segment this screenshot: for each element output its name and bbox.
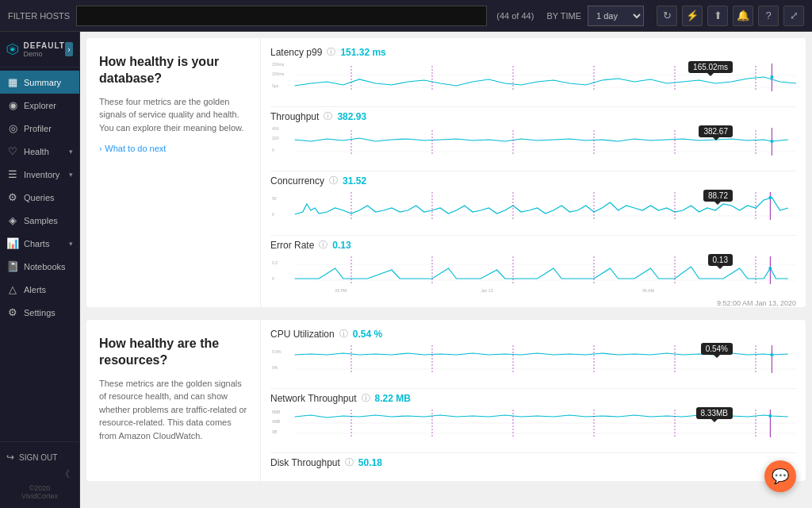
latency-metric-row: Latency p99 ⓘ 151.32 ms 200ms 100ms 0µs bbox=[270, 46, 796, 107]
latency-tooltip: 165.02ms bbox=[688, 61, 733, 73]
database-health-section: How healthy is your database? These four… bbox=[86, 38, 806, 307]
inventory-icon: ☰ bbox=[6, 168, 19, 180]
chevron-down-icon: ▾ bbox=[69, 148, 73, 156]
sidebar-item-settings[interactable]: ⚙ Settings bbox=[0, 301, 79, 324]
svg-text:4MB: 4MB bbox=[272, 419, 281, 424]
what-to-do-next-button[interactable]: › What to do next bbox=[99, 144, 247, 153]
time-select[interactable]: 1 day 1 hour 6 hours 3 days 7 days bbox=[588, 6, 644, 26]
sidebar-item-label: Samples bbox=[24, 216, 73, 225]
chevron-right-icon: › bbox=[99, 144, 102, 153]
disk-header: Disk Throughput ⓘ 50.18 bbox=[270, 456, 796, 468]
svg-text:Jan 13: Jan 13 bbox=[481, 288, 492, 293]
explorer-icon: ◉ bbox=[6, 99, 19, 111]
network-value: 8.22 MB bbox=[375, 393, 411, 404]
sidebar-collapse: 《 bbox=[6, 466, 73, 483]
disk-value: 50.18 bbox=[358, 457, 382, 468]
bell-icon[interactable]: 🔔 bbox=[733, 6, 753, 26]
concurrency-name: Concurrency bbox=[270, 175, 324, 187]
content-area: How healthy is your database? These four… bbox=[80, 32, 812, 508]
sidebar-item-label: Notebooks bbox=[24, 262, 73, 271]
svg-text:0.2: 0.2 bbox=[272, 260, 278, 265]
svg-text:8MB: 8MB bbox=[272, 410, 281, 414]
share-icon[interactable]: ⬆ bbox=[707, 6, 728, 26]
sidebar-item-inventory[interactable]: ☰ Inventory ▾ bbox=[0, 163, 79, 186]
brand-name: DEFAULT bbox=[24, 41, 65, 50]
svg-text:50: 50 bbox=[272, 196, 277, 201]
sidebar-item-health[interactable]: ♡ Health ▾ bbox=[0, 140, 79, 163]
chat-bubble-button[interactable]: 💬 bbox=[764, 460, 796, 492]
cpu-header: CPU Utilization ⓘ 0.54 % bbox=[270, 328, 796, 340]
sidebar-item-charts[interactable]: 📊 Charts ▾ bbox=[0, 232, 79, 255]
latency-value: 151.32 ms bbox=[340, 47, 385, 58]
network-info-icon[interactable]: ⓘ bbox=[362, 392, 370, 404]
resource-health-section: How healthy are the resources? These met… bbox=[86, 320, 806, 481]
section1-desc: These four metrics are the golden signal… bbox=[99, 95, 247, 135]
svg-text:0: 0 bbox=[272, 212, 274, 217]
disk-info-icon[interactable]: ⓘ bbox=[345, 456, 354, 468]
sidebar: DEFAULT Demo › ▦ Summary ◉ Explorer ◎ Pr… bbox=[0, 32, 80, 508]
sidebar-item-label: Settings bbox=[24, 308, 73, 318]
profiler-icon: ◎ bbox=[6, 122, 19, 134]
concurrency-chart: 50 0 88.72 bbox=[270, 188, 796, 232]
sidebar-item-samples[interactable]: ◈ Samples bbox=[0, 209, 79, 232]
section2-desc: These metrics are the golden signals of … bbox=[99, 377, 247, 443]
host-count: (44 of 44) bbox=[496, 11, 534, 21]
refresh-icon[interactable]: ↻ bbox=[657, 6, 677, 26]
section1-left: How healthy is your database? These four… bbox=[86, 38, 261, 307]
sidebar-item-label: Health bbox=[24, 147, 64, 156]
error-rate-metric-row: Error Rate ⓘ 0.13 0.2 0 bbox=[270, 239, 796, 299]
concurrency-info-icon[interactable]: ⓘ bbox=[329, 175, 338, 187]
throughput-header: Throughput ⓘ 382.93 bbox=[270, 110, 796, 122]
topbar: FILTER HOSTS (44 of 44) BY TIME 1 day 1 … bbox=[0, 0, 812, 32]
help-icon[interactable]: ? bbox=[758, 6, 779, 26]
error-rate-tooltip: 0.13 bbox=[708, 254, 733, 266]
network-name: Network Throughput bbox=[270, 393, 357, 404]
cpu-info-icon[interactable]: ⓘ bbox=[339, 328, 348, 340]
summary-icon: ▦ bbox=[6, 76, 19, 88]
svg-text:200: 200 bbox=[272, 136, 279, 140]
sidebar-expand-button[interactable]: › bbox=[65, 42, 73, 56]
notebooks-icon: 📓 bbox=[6, 260, 19, 272]
network-chart: 8MB 4MB 0B bbox=[270, 406, 796, 449]
throughput-value: 382.93 bbox=[337, 111, 366, 122]
sidebar-item-label: Charts bbox=[24, 239, 64, 248]
svg-point-28 bbox=[770, 140, 773, 143]
sidebar-item-label: Profiler bbox=[24, 124, 73, 133]
svg-point-15 bbox=[770, 75, 773, 79]
sidebar-item-profiler[interactable]: ◎ Profiler bbox=[0, 117, 79, 140]
lightning-icon[interactable]: ⚡ bbox=[682, 6, 703, 26]
collapse-button[interactable]: 《 bbox=[60, 468, 70, 481]
filter-hosts-input[interactable] bbox=[76, 6, 487, 26]
latency-header: Latency p99 ⓘ 151.32 ms bbox=[270, 46, 796, 58]
sidebar-item-notebooks[interactable]: 📓 Notebooks bbox=[0, 255, 79, 278]
section2-title: How healthy are the resources? bbox=[99, 336, 247, 369]
chevron-down-icon: ▾ bbox=[69, 240, 73, 248]
copyright: ©2020 VividCortex bbox=[6, 483, 73, 502]
svg-text:0B: 0B bbox=[272, 429, 278, 434]
svg-text:100ms: 100ms bbox=[272, 71, 285, 76]
cpu-tooltip: 0.54% bbox=[701, 343, 733, 355]
network-header: Network Throughput ⓘ 8.22 MB bbox=[270, 392, 796, 404]
latency-info-icon[interactable]: ⓘ bbox=[327, 46, 335, 58]
sidebar-item-queries[interactable]: ⚙ Queries bbox=[0, 186, 79, 209]
sidebar-item-explorer[interactable]: ◉ Explorer bbox=[0, 94, 79, 117]
network-metric-row: Network Throughput ⓘ 8.22 MB 8MB 4MB 0B bbox=[270, 392, 796, 453]
sign-out-button[interactable]: ↪ SIGN OUT bbox=[6, 448, 73, 466]
throughput-info-icon[interactable]: ⓘ bbox=[324, 110, 332, 122]
svg-text:0: 0 bbox=[272, 148, 274, 152]
sign-out-icon: ↪ bbox=[6, 452, 14, 463]
svg-text:0: 0 bbox=[272, 276, 274, 281]
sidebar-item-label: Inventory bbox=[24, 170, 64, 179]
concurrency-metric-row: Concurrency ⓘ 31.52 50 0 bbox=[270, 175, 796, 236]
concurrency-value: 31.52 bbox=[343, 175, 366, 187]
sidebar-item-alerts[interactable]: △ Alerts bbox=[0, 278, 79, 301]
svg-text:400: 400 bbox=[272, 126, 279, 131]
sidebar-item-summary[interactable]: ▦ Summary bbox=[0, 71, 79, 94]
brand-logo bbox=[6, 38, 19, 60]
sidebar-nav: ▦ Summary ◉ Explorer ◎ Profiler ♡ Health… bbox=[0, 67, 79, 441]
svg-text:06 AM: 06 AM bbox=[642, 288, 653, 293]
sidebar-footer: ↪ SIGN OUT 《 ©2020 VividCortex bbox=[0, 441, 79, 508]
error-rate-info-icon[interactable]: ⓘ bbox=[319, 239, 327, 251]
queries-icon: ⚙ bbox=[6, 191, 19, 203]
expand-icon[interactable]: ⤢ bbox=[783, 6, 804, 26]
